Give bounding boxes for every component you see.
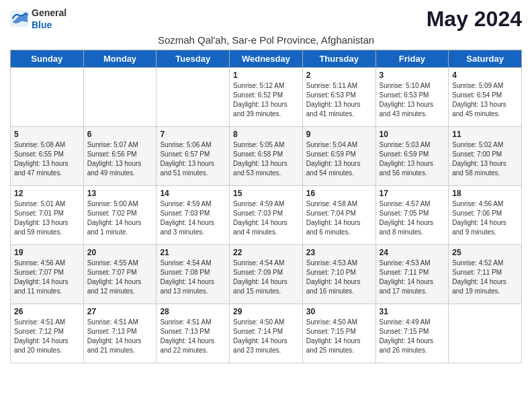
header-day-tuesday: Tuesday	[157, 50, 230, 68]
cell-content: Sunrise: 4:54 AM Sunset: 7:09 PM Dayligh…	[233, 259, 299, 296]
calendar-cell: 13Sunrise: 5:00 AM Sunset: 7:02 PM Dayli…	[83, 186, 157, 245]
day-number: 26	[14, 307, 80, 316]
day-number: 14	[160, 189, 226, 198]
calendar-cell: 12Sunrise: 5:01 AM Sunset: 7:01 PM Dayli…	[11, 186, 84, 245]
cell-content: Sunrise: 4:56 AM Sunset: 7:07 PM Dayligh…	[14, 259, 80, 296]
cell-content: Sunrise: 5:00 AM Sunset: 7:02 PM Dayligh…	[87, 199, 153, 237]
calendar-cell: 1Sunrise: 5:12 AM Sunset: 6:52 PM Daylig…	[230, 68, 303, 127]
header-day-friday: Friday	[375, 50, 449, 68]
cell-content: Sunrise: 4:49 AM Sunset: 7:15 PM Dayligh…	[380, 318, 445, 355]
calendar-cell: 26Sunrise: 4:51 AM Sunset: 7:12 PM Dayli…	[11, 304, 84, 363]
calendar-cell: 9Sunrise: 5:04 AM Sunset: 6:59 PM Daylig…	[302, 127, 375, 186]
cell-content: Sunrise: 5:04 AM Sunset: 6:59 PM Dayligh…	[306, 140, 372, 178]
logo-general: General	[32, 7, 66, 18]
day-number: 1	[233, 71, 299, 80]
day-number: 30	[306, 307, 372, 316]
header-day-sunday: Sunday	[11, 50, 84, 68]
day-number: 7	[160, 130, 226, 139]
day-number: 31	[380, 307, 445, 316]
day-number: 24	[380, 248, 445, 257]
calendar-cell: 14Sunrise: 4:59 AM Sunset: 7:03 PM Dayli…	[157, 186, 230, 245]
header-day-wednesday: Wednesday	[230, 50, 303, 68]
day-number: 6	[87, 130, 153, 139]
day-number: 4	[452, 71, 518, 80]
logo: General Blue	[10, 7, 66, 31]
logo-text: General Blue	[32, 7, 66, 31]
calendar-cell: 6Sunrise: 5:07 AM Sunset: 6:56 PM Daylig…	[83, 127, 157, 186]
calendar-cell: 28Sunrise: 4:51 AM Sunset: 7:13 PM Dayli…	[157, 304, 230, 363]
cell-content: Sunrise: 5:03 AM Sunset: 6:59 PM Dayligh…	[380, 140, 445, 178]
day-number: 18	[452, 189, 518, 198]
week-row-4: 19Sunrise: 4:56 AM Sunset: 7:07 PM Dayli…	[11, 245, 522, 304]
calendar-cell: 3Sunrise: 5:10 AM Sunset: 6:53 PM Daylig…	[375, 68, 449, 127]
day-number: 20	[87, 248, 153, 257]
header-day-saturday: Saturday	[449, 50, 522, 68]
calendar-cell: 10Sunrise: 5:03 AM Sunset: 6:59 PM Dayli…	[375, 127, 449, 186]
cell-content: Sunrise: 5:05 AM Sunset: 6:58 PM Dayligh…	[233, 140, 299, 178]
cell-content: Sunrise: 4:51 AM Sunset: 7:12 PM Dayligh…	[14, 318, 80, 355]
subtitle: Sozmah Qal'ah, Sar-e Pol Province, Afgha…	[10, 34, 522, 46]
cell-content: Sunrise: 5:10 AM Sunset: 6:53 PM Dayligh…	[380, 81, 445, 119]
day-number: 5	[14, 130, 80, 139]
logo-blue: Blue	[32, 19, 52, 30]
cell-content: Sunrise: 4:55 AM Sunset: 7:07 PM Dayligh…	[87, 259, 153, 296]
calendar-cell: 16Sunrise: 4:58 AM Sunset: 7:04 PM Dayli…	[302, 186, 375, 245]
calendar-cell: 7Sunrise: 5:06 AM Sunset: 6:57 PM Daylig…	[157, 127, 230, 186]
day-number: 15	[233, 189, 299, 198]
cell-content: Sunrise: 4:53 AM Sunset: 7:10 PM Dayligh…	[306, 259, 372, 296]
calendar-cell	[157, 68, 230, 127]
calendar-cell: 18Sunrise: 4:56 AM Sunset: 7:06 PM Dayli…	[449, 186, 522, 245]
calendar-cell: 17Sunrise: 4:57 AM Sunset: 7:05 PM Dayli…	[375, 186, 449, 245]
calendar-table: SundayMondayTuesdayWednesdayThursdayFrid…	[10, 50, 522, 363]
calendar-cell: 5Sunrise: 5:08 AM Sunset: 6:55 PM Daylig…	[11, 127, 84, 186]
calendar-cell: 30Sunrise: 4:50 AM Sunset: 7:15 PM Dayli…	[302, 304, 375, 363]
day-number: 23	[306, 248, 372, 257]
calendar-cell: 27Sunrise: 4:51 AM Sunset: 7:13 PM Dayli…	[83, 304, 157, 363]
cell-content: Sunrise: 4:52 AM Sunset: 7:11 PM Dayligh…	[452, 259, 518, 296]
cell-content: Sunrise: 5:12 AM Sunset: 6:52 PM Dayligh…	[233, 81, 299, 119]
calendar-cell: 2Sunrise: 5:11 AM Sunset: 6:53 PM Daylig…	[302, 68, 375, 127]
day-number: 10	[380, 130, 445, 139]
day-number: 12	[14, 189, 80, 198]
cell-content: Sunrise: 5:07 AM Sunset: 6:56 PM Dayligh…	[87, 140, 153, 178]
week-row-2: 5Sunrise: 5:08 AM Sunset: 6:55 PM Daylig…	[11, 127, 522, 186]
day-number: 8	[233, 130, 299, 139]
cell-content: Sunrise: 4:53 AM Sunset: 7:11 PM Dayligh…	[380, 259, 445, 296]
calendar-cell: 21Sunrise: 4:54 AM Sunset: 7:08 PM Dayli…	[157, 245, 230, 304]
calendar-cell: 23Sunrise: 4:53 AM Sunset: 7:10 PM Dayli…	[302, 245, 375, 304]
cell-content: Sunrise: 4:57 AM Sunset: 7:05 PM Dayligh…	[380, 199, 445, 237]
calendar-cell: 4Sunrise: 5:09 AM Sunset: 6:54 PM Daylig…	[449, 68, 522, 127]
day-number: 3	[380, 71, 445, 80]
calendar-cell: 24Sunrise: 4:53 AM Sunset: 7:11 PM Dayli…	[375, 245, 449, 304]
day-number: 21	[160, 248, 226, 257]
calendar-cell	[83, 68, 157, 127]
day-number: 17	[380, 189, 445, 198]
calendar-cell: 11Sunrise: 5:02 AM Sunset: 7:00 PM Dayli…	[449, 127, 522, 186]
calendar-cell	[449, 304, 522, 363]
calendar-cell: 8Sunrise: 5:05 AM Sunset: 6:58 PM Daylig…	[230, 127, 303, 186]
header-day-thursday: Thursday	[302, 50, 375, 68]
day-number: 29	[233, 307, 299, 316]
cell-content: Sunrise: 4:54 AM Sunset: 7:08 PM Dayligh…	[160, 259, 226, 296]
week-row-5: 26Sunrise: 4:51 AM Sunset: 7:12 PM Dayli…	[11, 304, 522, 363]
cell-content: Sunrise: 4:59 AM Sunset: 7:03 PM Dayligh…	[233, 199, 299, 237]
cell-content: Sunrise: 4:51 AM Sunset: 7:13 PM Dayligh…	[160, 318, 226, 355]
calendar-cell: 31Sunrise: 4:49 AM Sunset: 7:15 PM Dayli…	[375, 304, 449, 363]
calendar-cell: 29Sunrise: 4:50 AM Sunset: 7:14 PM Dayli…	[230, 304, 303, 363]
calendar-cell: 19Sunrise: 4:56 AM Sunset: 7:07 PM Dayli…	[11, 245, 84, 304]
calendar-cell: 22Sunrise: 4:54 AM Sunset: 7:09 PM Dayli…	[230, 245, 303, 304]
day-number: 19	[14, 248, 80, 257]
cell-content: Sunrise: 5:06 AM Sunset: 6:57 PM Dayligh…	[160, 140, 226, 178]
calendar-cell: 15Sunrise: 4:59 AM Sunset: 7:03 PM Dayli…	[230, 186, 303, 245]
day-number: 28	[160, 307, 226, 316]
cell-content: Sunrise: 4:58 AM Sunset: 7:04 PM Dayligh…	[306, 199, 372, 237]
logo-icon	[10, 11, 29, 27]
day-number: 22	[233, 248, 299, 257]
day-number: 16	[306, 189, 372, 198]
day-number: 25	[452, 248, 518, 257]
day-number: 9	[306, 130, 372, 139]
cell-content: Sunrise: 5:09 AM Sunset: 6:54 PM Dayligh…	[452, 81, 518, 119]
cell-content: Sunrise: 4:50 AM Sunset: 7:14 PM Dayligh…	[233, 318, 299, 355]
cell-content: Sunrise: 4:51 AM Sunset: 7:13 PM Dayligh…	[87, 318, 153, 355]
day-number: 13	[87, 189, 153, 198]
